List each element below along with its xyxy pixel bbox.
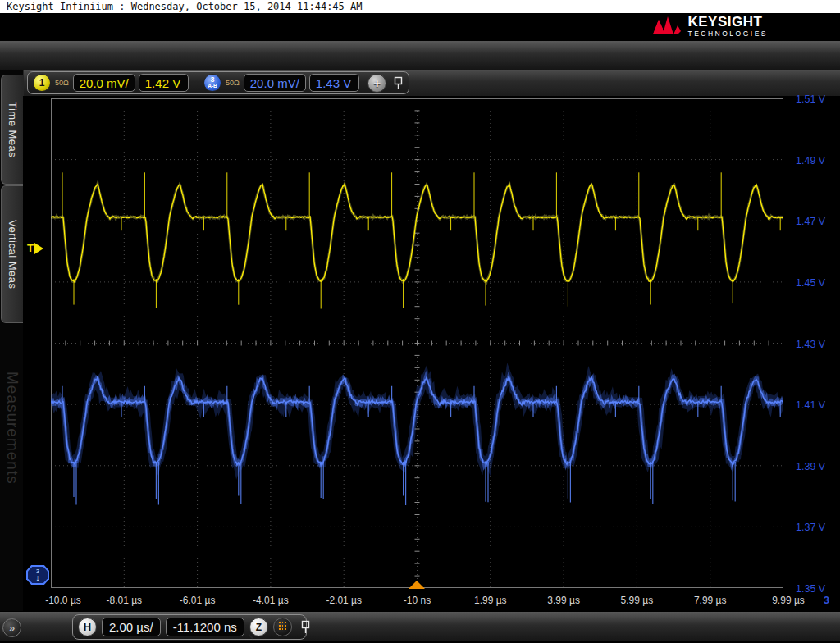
x-axis-label: 3.99 µs [547,595,580,606]
y-axis-label: 1.39 V [796,461,833,472]
expand-button[interactable]: » [2,618,21,637]
measurements-panel-watermark: Measurements [2,372,21,560]
pin-icon[interactable] [300,620,311,634]
waveform-display-area: 1.51 V1.49 V1.47 V1.45 V1.43 V1.41 V1.39… [23,96,840,611]
x-axis-label: 9.99 µs [772,595,805,606]
window-title: Keysight Infiniium : Wednesday, October … [7,1,362,12]
acquisition-toolbar: Run Stop Single ↷ 20.0 GSa/s 400 kpts 8.… [0,41,840,71]
down-arrow-icon: ↓ [35,573,40,582]
x-axis-label: 5.99 µs [621,595,654,606]
channel3-offscreen-marker[interactable]: 3 ↓ [26,565,49,585]
channel3-ab-badge[interactable]: 3 A-B [203,74,221,92]
oscilloscope-app: Keysight Infiniium : Wednesday, October … [0,0,840,643]
logo-sub: TECHNOLOGIES [687,30,768,38]
channel1-badge[interactable]: 1 [33,74,51,92]
keysight-logo: KEYSIGHT TECHNOLOGIES [652,15,768,38]
tab-vertical-meas[interactable]: Vertical Meas [1,185,23,323]
y-axis-label: 1.35 V [796,583,833,595]
keysight-spark-icon [652,15,682,38]
x-axis-label: 7.99 µs [694,595,727,606]
y-axis-label: 1.47 V [796,216,833,227]
x-axis-label: -10 ns [404,595,431,606]
channel1-scale-field[interactable]: 20.0 mV/ [73,74,135,92]
tab-time-meas[interactable]: Time Meas [1,75,23,185]
trigger-arrow-icon [34,243,43,254]
channel3-offset-field[interactable]: 1.43 V [309,74,359,92]
horizontal-toolbar: » H 2.00 µs/ -11.1200 ns Z [0,611,840,641]
channel3-impedance-label: 50Ω [226,79,240,87]
channel-group: 1 50Ω 20.0 mV/ 1.42 V 3 A-B 50Ω 20.0 mV/… [27,71,409,94]
trigger-time-marker[interactable] [409,581,425,589]
x-axis-label: -6.01 µs [180,595,216,606]
active-channel-indicator: 3 [824,595,829,606]
timebase-position-field[interactable]: -11.1200 ns [166,618,244,636]
x-axis-label: -4.01 µs [253,595,289,606]
logo-brand: KEYSIGHT [687,15,768,29]
timebase-scale-field[interactable]: 2.00 µs/ [102,618,161,636]
left-sidebar: Time Meas Vertical Meas Measurements [0,70,24,611]
logo-strip: KEYSIGHT TECHNOLOGIES [0,13,840,41]
channel1-impedance-label: 50Ω [55,79,69,87]
channel1-offset-field[interactable]: 1.42 V [139,74,189,92]
scope-graticule[interactable] [51,98,783,588]
channel3-scale-field[interactable]: 20.0 mV/ [244,74,306,92]
add-channel-button[interactable]: + [368,74,386,93]
horizontal-group: H 2.00 µs/ -11.1200 ns Z [72,614,307,640]
trigger-level-marker[interactable]: T [27,242,43,254]
x-axis-label: -2.01 µs [326,595,362,606]
y-axis-label: 1.37 V [796,522,833,533]
pin-icon[interactable] [393,76,404,90]
y-axis-label: 1.41 V [796,399,833,411]
horizontal-badge[interactable]: H [78,618,97,636]
x-axis-label: -10.0 µs [45,595,81,606]
x-axis-label: 1.99 µs [474,595,507,606]
channel-toolbar: 1 50Ω 20.0 mV/ 1.42 V 3 A-B 50Ω 20.0 mV/… [23,70,840,96]
y-axis-label: 1.43 V [796,339,833,350]
window-title-bar: Keysight Infiniium : Wednesday, October … [0,0,840,14]
zoom-button[interactable]: Z [249,618,268,636]
x-axis-label: -8.01 µs [106,595,142,606]
intensity-button[interactable] [273,618,292,636]
y-axis-label: 1.49 V [796,155,833,166]
y-axis-label: 1.51 V [796,93,833,105]
y-axis-label: 1.45 V [796,277,833,289]
